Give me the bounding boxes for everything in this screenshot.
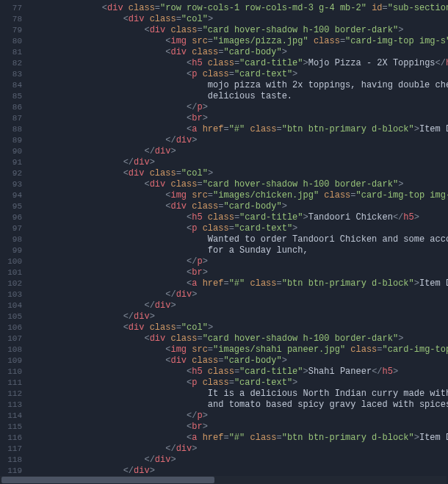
line-number: 107 <box>0 333 28 344</box>
code-line[interactable]: </div> <box>28 289 448 300</box>
line-number: 89 <box>0 135 28 146</box>
code-line[interactable]: </div> <box>28 455 448 466</box>
code-line[interactable]: <div class="card hover-shadow h-100 bord… <box>28 179 448 190</box>
line-number: 108 <box>0 344 28 355</box>
line-number: 90 <box>0 146 28 157</box>
code-line[interactable]: <p class="card-text"> <box>28 223 448 234</box>
line-number: 92 <box>0 168 28 179</box>
code-line[interactable]: <h5 class="card-title">Shahi Paneer</h5> <box>28 366 448 378</box>
line-number: 102 <box>0 278 28 289</box>
code-line[interactable]: delicious taste. <box>28 91 448 102</box>
line-number: 83 <box>0 69 28 80</box>
line-number: 105 <box>0 311 28 322</box>
code-line[interactable]: <div class="card-body"> <box>28 201 448 212</box>
code-line[interactable]: and tomato based spicy gravy laced with … <box>28 400 448 411</box>
code-line[interactable]: </div> <box>28 311 448 322</box>
code-line[interactable]: <div class="card hover-shadow h-100 bord… <box>28 25 448 36</box>
line-number: 85 <box>0 91 28 102</box>
code-line[interactable]: Wanted to order Tandoori Chicken and som… <box>28 234 448 245</box>
line-number: 84 <box>0 80 28 91</box>
line-number: 113 <box>0 400 28 411</box>
line-number: 114 <box>0 411 28 422</box>
code-line[interactable]: </div> <box>28 444 448 455</box>
line-number: 96 <box>0 212 28 223</box>
line-number: 111 <box>0 378 28 389</box>
line-number: 100 <box>0 256 28 267</box>
line-number: 97 <box>0 223 28 234</box>
code-line[interactable]: <div class="card hover-shadow h-100 bord… <box>28 333 448 344</box>
line-number: 81 <box>0 47 28 58</box>
code-line[interactable]: </p> <box>28 102 448 113</box>
line-number: 77 <box>0 3 28 14</box>
line-number: 109 <box>0 355 28 366</box>
code-line[interactable]: <br> <box>28 113 448 124</box>
line-number: 80 <box>0 36 28 47</box>
code-line[interactable]: </div> <box>28 146 448 157</box>
code-line[interactable]: for a Sunday lunch, <box>28 245 448 256</box>
code-line[interactable]: <a href="#" class="btn btn-primary d-blo… <box>28 278 448 289</box>
code-line[interactable]: <p class="card-text"> <box>28 378 448 389</box>
code-line[interactable]: <div class="col"> <box>28 322 448 333</box>
code-line[interactable]: <div class="row row-cols-1 row-cols-md-3… <box>28 3 448 14</box>
line-number: 95 <box>0 201 28 212</box>
line-number: 115 <box>0 422 28 433</box>
horizontal-scrollbar-thumb[interactable] <box>1 477 214 483</box>
line-number: 87 <box>0 113 28 124</box>
line-number: 116 <box>0 433 28 444</box>
code-line[interactable]: </div> <box>28 135 448 146</box>
code-line[interactable]: </div> <box>28 157 448 168</box>
line-number: 99 <box>0 245 28 256</box>
code-editor[interactable]: 7778798081828384858687888990919293949596… <box>0 0 448 474</box>
code-area[interactable]: <div class="row row-cols-1 row-cols-md-3… <box>28 0 448 474</box>
code-line[interactable]: </div> <box>28 466 448 474</box>
line-number: 104 <box>0 300 28 311</box>
code-line[interactable]: <div class="col"> <box>28 14 448 25</box>
code-line[interactable]: <br> <box>28 267 448 278</box>
line-number: 82 <box>0 58 28 69</box>
line-number: 91 <box>0 157 28 168</box>
line-number: 98 <box>0 234 28 245</box>
code-line[interactable]: <div class="card-body"> <box>28 47 448 58</box>
line-number: 79 <box>0 25 28 36</box>
code-line[interactable]: </p> <box>28 411 448 422</box>
line-number: 112 <box>0 389 28 400</box>
line-number: 88 <box>0 124 28 135</box>
code-line[interactable]: </div> <box>28 300 448 311</box>
code-line[interactable]: <h5 class="card-title">Mojo Pizza - 2X T… <box>28 58 448 69</box>
line-number: 86 <box>0 102 28 113</box>
code-line[interactable]: <a href="#" class="btn btn-primary d-blo… <box>28 433 448 444</box>
line-number-gutter: 7778798081828384858687888990919293949596… <box>0 0 28 474</box>
code-line[interactable]: <h5 class="card-title">Tandoori Chicken<… <box>28 212 448 223</box>
line-number: 78 <box>0 14 28 25</box>
code-line[interactable]: <img src="images/pizza.jpg" class="card-… <box>28 36 448 47</box>
code-line[interactable]: mojo pizza with 2x toppings, having doub… <box>28 80 448 91</box>
line-number: 103 <box>0 289 28 300</box>
code-line[interactable]: <br> <box>28 422 448 433</box>
code-line[interactable]: </p> <box>28 256 448 267</box>
code-line[interactable]: <div class="card-body"> <box>28 355 448 366</box>
line-number: 106 <box>0 322 28 333</box>
line-number: 119 <box>0 466 28 477</box>
code-line[interactable]: <img src="images/shahi paneer.jpg" class… <box>28 344 448 355</box>
code-line[interactable]: It is a delicious North Indian curry mad… <box>28 389 448 400</box>
code-line[interactable]: <a href="#" class="btn btn-primary d-blo… <box>28 124 448 135</box>
horizontal-scrollbar[interactable] <box>0 476 447 484</box>
code-line[interactable]: <img src="images/chicken.jpg" class="car… <box>28 190 448 201</box>
code-line[interactable]: <div class="col"> <box>28 168 448 179</box>
line-number: 101 <box>0 267 28 278</box>
code-line[interactable]: <p class="card-text"> <box>28 69 448 80</box>
line-number: 118 <box>0 455 28 466</box>
line-number: 93 <box>0 179 28 190</box>
line-number: 94 <box>0 190 28 201</box>
line-number: 117 <box>0 444 28 455</box>
line-number: 110 <box>0 366 28 378</box>
